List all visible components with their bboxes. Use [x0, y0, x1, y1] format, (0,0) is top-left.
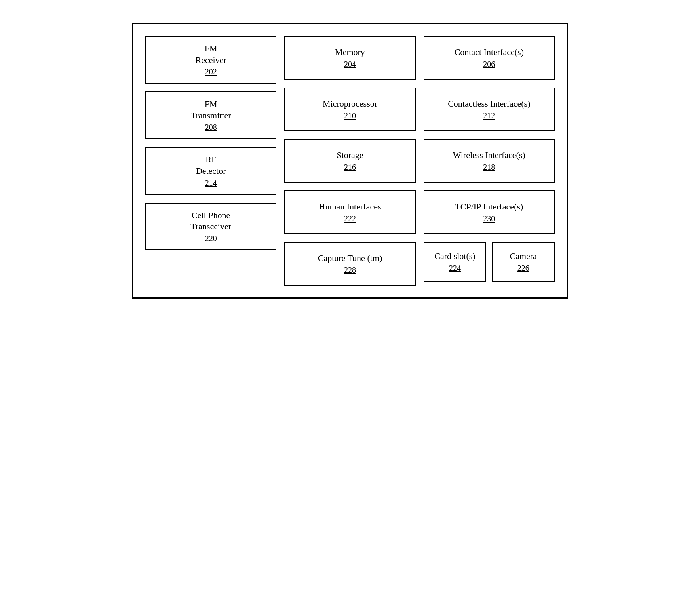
component-id: 230 — [483, 214, 495, 223]
component-id: 224 — [449, 264, 461, 273]
component-box: Contactless Interface(s)212 — [424, 88, 555, 131]
component-id: 214 — [205, 179, 217, 188]
component-box: Microprocessor210 — [284, 88, 415, 131]
component-id: 202 — [205, 67, 217, 76]
component-box: Cell Phone Transceiver220 — [145, 203, 276, 250]
component-name: Cell Phone Transceiver — [190, 210, 231, 232]
column-1: FM Receiver202FM Transmitter208RF Detect… — [145, 36, 276, 286]
component-name: Contactless Interface(s) — [448, 98, 530, 110]
component-name: Capture Tune (tm) — [318, 253, 382, 264]
component-name: Storage — [337, 150, 363, 161]
component-name: Camera — [510, 251, 536, 262]
component-id: 226 — [517, 264, 529, 273]
component-id: 206 — [483, 60, 495, 69]
outer-box: FM Receiver202FM Transmitter208RF Detect… — [132, 23, 568, 299]
component-box: FM Receiver202 — [145, 36, 276, 84]
component-name: TCP/IP Interface(s) — [455, 201, 523, 213]
component-name: Card slot(s) — [434, 251, 475, 262]
component-id: 210 — [344, 111, 356, 120]
component-id: 204 — [344, 60, 356, 69]
component-name: Contact Interface(s) — [455, 47, 524, 58]
component-box: Storage216 — [284, 139, 415, 183]
component-name: FM Receiver — [196, 43, 226, 66]
column-3: Contact Interface(s)206Contactless Inter… — [424, 36, 555, 286]
component-box: Camera226 — [492, 242, 555, 282]
component-id: 228 — [344, 266, 356, 275]
column-2: Memory204Microprocessor210Storage216Huma… — [284, 36, 415, 286]
component-name: Memory — [335, 47, 365, 58]
component-box: Card slot(s)224 — [424, 242, 487, 282]
component-name: Human Interfaces — [319, 201, 381, 213]
component-box: Memory204 — [284, 36, 415, 80]
component-box: FM Transmitter208 — [145, 91, 276, 139]
component-name: RF Detector — [196, 154, 226, 177]
col3-bottom-row: Card slot(s)224Camera226 — [424, 242, 555, 282]
component-name: Wireless Interface(s) — [453, 150, 525, 161]
component-box: Capture Tune (tm)228 — [284, 242, 415, 286]
component-name: FM Transmitter — [191, 99, 231, 121]
component-box: Human Interfaces222 — [284, 190, 415, 234]
component-box: Contact Interface(s)206 — [424, 36, 555, 80]
component-id: 222 — [344, 214, 356, 223]
component-id: 218 — [483, 163, 495, 172]
component-name: Microprocessor — [323, 98, 377, 110]
component-id: 208 — [205, 123, 217, 132]
component-id: 220 — [205, 234, 217, 243]
component-id: 216 — [344, 163, 356, 172]
component-box: RF Detector214 — [145, 147, 276, 194]
component-box: Wireless Interface(s)218 — [424, 139, 555, 183]
component-box: TCP/IP Interface(s)230 — [424, 190, 555, 234]
component-id: 212 — [483, 111, 495, 120]
